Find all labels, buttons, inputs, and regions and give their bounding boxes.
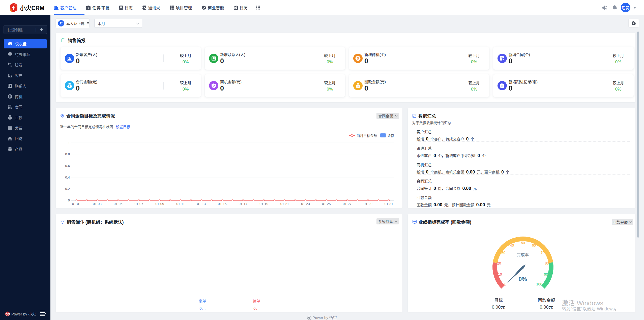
svg-text:0%: 0% (518, 276, 527, 282)
svg-text:01-21: 01-21 (280, 202, 289, 206)
svg-text:01-13: 01-13 (197, 202, 206, 206)
svg-text:20: 20 (497, 261, 501, 265)
svg-text:完成率: 完成率 (517, 253, 529, 257)
svg-text:40: 40 (510, 243, 514, 247)
svg-text:01-07: 01-07 (135, 202, 143, 206)
svg-text:0.4: 0.4 (65, 176, 70, 179)
svg-text:01-29: 01-29 (364, 202, 372, 206)
svg-text:01-09: 01-09 (155, 202, 164, 206)
svg-text:0.8: 0.8 (65, 152, 70, 156)
svg-text:80: 80 (545, 261, 549, 265)
svg-text:01-23: 01-23 (301, 202, 310, 206)
svg-text:1: 1 (68, 141, 70, 145)
svg-text:01-11: 01-11 (176, 202, 185, 206)
svg-text:$: $ (357, 56, 359, 60)
svg-text:30: 30 (502, 251, 506, 255)
svg-text:0.2: 0.2 (65, 187, 70, 191)
svg-text:0.6: 0.6 (65, 164, 70, 168)
svg-text:01-05: 01-05 (114, 202, 123, 206)
svg-text:90: 90 (544, 272, 548, 276)
svg-text:10: 10 (498, 272, 502, 276)
svg-text:0: 0 (505, 282, 507, 286)
svg-text:70: 70 (541, 251, 545, 255)
svg-text:01-25: 01-25 (322, 202, 331, 206)
svg-text:01-19: 01-19 (259, 202, 268, 206)
svg-text:01-03: 01-03 (93, 202, 102, 206)
svg-text:60: 60 (532, 243, 536, 247)
svg-text:01-15: 01-15 (218, 202, 227, 206)
svg-text:0: 0 (68, 198, 70, 202)
svg-text:100: 100 (536, 282, 542, 286)
svg-text:01-27: 01-27 (343, 202, 352, 206)
svg-text:01-01: 01-01 (72, 202, 81, 206)
svg-text:01-31: 01-31 (385, 202, 393, 206)
svg-text:01-17: 01-17 (239, 202, 248, 206)
svg-text:50: 50 (521, 241, 525, 245)
